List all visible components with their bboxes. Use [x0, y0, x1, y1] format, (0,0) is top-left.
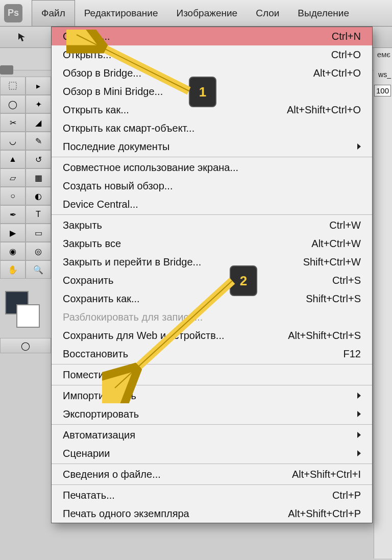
path-select-tool[interactable]: ▶	[0, 224, 26, 242]
menu-item[interactable]: Закрыть и перейти в Bridge...Shift+Ctrl+…	[52, 253, 372, 271]
menu-item-label: Открыть...	[63, 49, 111, 61]
menu-item[interactable]: Сведения о файле...Alt+Shift+Ctrl+I	[52, 465, 372, 483]
menu-item[interactable]: Device Central...	[52, 195, 372, 213]
menu-item[interactable]: Создать новый обзор...	[52, 177, 372, 195]
submenu-arrow-icon	[357, 450, 361, 456]
menu-item-shortcut: Alt+Shift+Ctrl+P	[288, 508, 361, 520]
menu-item[interactable]: Открыть как смарт-объект...	[52, 119, 372, 137]
gradient-tool[interactable]: ▦	[26, 168, 51, 187]
menu-item-label: Печатать...	[63, 490, 115, 501]
menu-item[interactable]: Закрыть всеAlt+Ctrl+W	[52, 234, 372, 253]
crop-tool[interactable]: ✂	[0, 113, 26, 132]
shape-tool[interactable]: ▭	[26, 224, 51, 242]
menu-item[interactable]: СохранитьCtrl+S	[52, 271, 372, 289]
menu-item-label: Закрыть	[63, 220, 102, 231]
menu-item-label: Восстановить	[63, 348, 128, 360]
menu-item-label: Сохранить для Web и устройств...	[63, 330, 225, 342]
submenu-arrow-icon	[357, 143, 361, 150]
pen-tool[interactable]: ✒	[0, 205, 26, 224]
3d-camera-tool[interactable]: ◎	[26, 242, 51, 260]
menu-layers[interactable]: Слои	[247, 0, 288, 26]
healing-brush-tool[interactable]: ◡	[0, 132, 26, 150]
menu-item[interactable]: Последние документы	[52, 137, 372, 156]
menu-item-shortcut: Alt+Ctrl+W	[311, 238, 361, 250]
menu-item-shortcut: Ctrl+W	[329, 220, 361, 231]
menu-file[interactable]: Файл	[32, 0, 75, 26]
menu-item-label: Сценарии	[63, 448, 110, 459]
menu-item-label: Создать...	[63, 31, 110, 42]
eraser-tool[interactable]: ▱	[0, 168, 26, 187]
brush-tool[interactable]: ✎	[26, 132, 51, 150]
background-color[interactable]	[16, 304, 40, 328]
menu-item-shortcut: Shift+Ctrl+S	[306, 293, 361, 305]
menu-item[interactable]: Создать...Ctrl+N	[52, 27, 372, 45]
app-logo: Ps	[4, 4, 22, 22]
menu-item-label: Разблокировать для записи...	[63, 311, 203, 323]
menu-item[interactable]: Совместное использование экрана...	[52, 158, 372, 177]
quick-mask-toggle[interactable]: ◯	[0, 338, 51, 353]
menu-item-label: Поместить...	[63, 369, 122, 381]
menu-item-label: Импортировать	[63, 390, 136, 402]
menubar: Ps Файл Редактирование Изображение Слои …	[0, 0, 392, 27]
move-tool-icon	[15, 30, 30, 44]
menu-item-label: Обзор в Mini Bridge...	[63, 86, 163, 98]
menu-item[interactable]: Открыть...Ctrl+O	[52, 45, 372, 64]
menu-item[interactable]: Печать одного экземпляраAlt+Shift+Ctrl+P	[52, 504, 372, 523]
menu-item-shortcut: Alt+Ctrl+O	[313, 67, 361, 79]
menu-item[interactable]: ВосстановитьF12	[52, 345, 372, 363]
menu-item-label: Сведения о файле...	[63, 469, 161, 480]
menu-item-label: Закрыть и перейти в Bridge...	[63, 256, 201, 268]
dodge-tool[interactable]: ◐	[26, 187, 51, 205]
menu-item-shortcut: Shift+Ctrl+W	[303, 256, 361, 268]
menu-item-label: Обзор в Bridge...	[63, 67, 141, 79]
menu-item-label: Сохранить	[63, 275, 113, 286]
menu-item[interactable]: Сценарии	[52, 444, 372, 462]
menu-separator	[52, 364, 372, 364]
hand-tool[interactable]: ✋	[0, 260, 26, 279]
menu-item[interactable]: Поместить...	[52, 366, 372, 384]
menu-item[interactable]: Автоматизация	[52, 426, 372, 444]
marquee-tool[interactable]	[0, 77, 26, 95]
menu-item[interactable]: Печатать...Ctrl+P	[52, 486, 372, 504]
lasso-tool[interactable]: ◯	[0, 95, 26, 113]
menu-item[interactable]: Экспортировать	[52, 405, 372, 423]
menu-edit[interactable]: Редактирование	[75, 0, 167, 26]
menu-item-label: Совместное использование экрана...	[63, 162, 238, 174]
move-tool[interactable]: ▸	[26, 77, 51, 95]
menu-separator	[52, 484, 372, 485]
clone-stamp-tool[interactable]: ▲	[0, 150, 26, 168]
right-value-input[interactable]: 100	[374, 85, 391, 96]
menu-item-label: Device Central...	[63, 199, 138, 210]
menu-item-shortcut: Alt+Shift+Ctrl+S	[288, 330, 361, 342]
submenu-arrow-icon	[357, 432, 361, 438]
menu-item[interactable]: Импортировать	[52, 386, 372, 405]
menu-item-label: Открыть как...	[63, 104, 129, 116]
color-swatches[interactable]	[0, 291, 51, 328]
blur-tool[interactable]: ○	[0, 187, 26, 205]
history-brush-tool[interactable]: ↺	[26, 150, 51, 168]
submenu-arrow-icon	[357, 393, 361, 399]
menu-item-label: Создать новый обзор...	[63, 180, 173, 192]
menu-item-shortcut: F12	[344, 348, 361, 360]
quick-select-tool[interactable]: ✦	[26, 95, 51, 113]
submenu-arrow-icon	[357, 411, 361, 417]
menu-select[interactable]: Выделение	[288, 0, 358, 26]
right-partial-label-1: емє	[376, 48, 392, 60]
menu-item-shortcut: Ctrl+O	[331, 49, 361, 61]
menu-item-label: Последние документы	[63, 141, 169, 153]
menu-item[interactable]: Сохранить для Web и устройств...Alt+Shif…	[52, 326, 372, 345]
3d-tool[interactable]: ◉	[0, 242, 26, 260]
menu-item-shortcut: Alt+Shift+Ctrl+I	[292, 469, 361, 480]
menu-item-shortcut: Alt+Shift+Ctrl+O	[287, 104, 361, 116]
menu-item-shortcut: Ctrl+N	[332, 31, 361, 42]
menu-separator	[52, 385, 372, 385]
menu-image[interactable]: Изображение	[167, 0, 247, 26]
menu-item: Разблокировать для записи...	[52, 308, 372, 326]
panel-collapse-tab[interactable]	[0, 65, 13, 75]
menu-item[interactable]: Сохранить как...Shift+Ctrl+S	[52, 289, 372, 308]
eyedropper-tool[interactable]: ◢	[26, 113, 51, 132]
zoom-tool[interactable]: 🔍	[26, 260, 51, 279]
menu-item-label: Печать одного экземпляра	[63, 508, 189, 520]
type-tool[interactable]: T	[26, 205, 51, 224]
menu-item[interactable]: ЗакрытьCtrl+W	[52, 216, 372, 234]
